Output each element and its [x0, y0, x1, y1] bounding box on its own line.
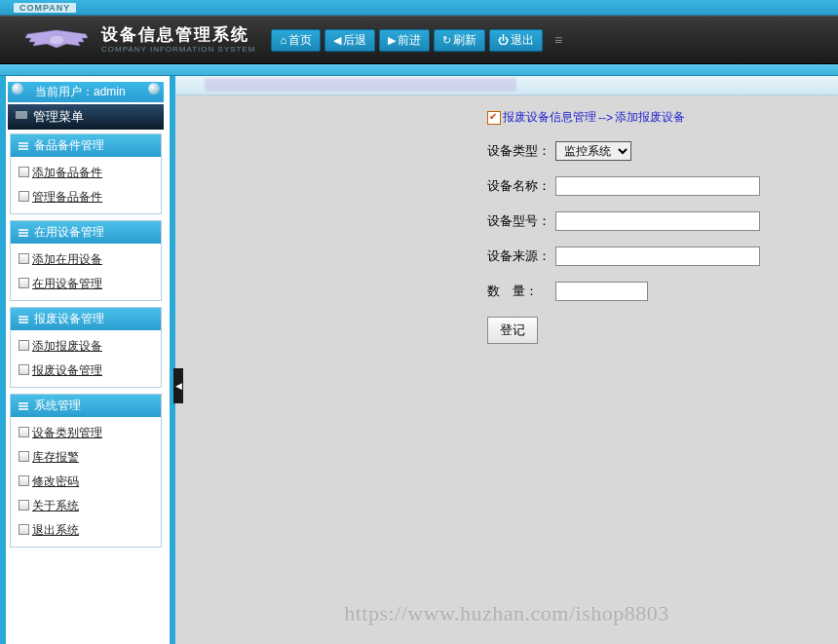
menu-link[interactable]: 管理备品备件 — [32, 190, 102, 204]
top-toolbar: ⌂首页 ◀后退 ▶前进 ↻刷新 ⏻退出 ≡ — [271, 29, 562, 52]
menu-link[interactable]: 退出系统 — [32, 523, 79, 537]
menu-link[interactable]: 库存报警 — [32, 450, 79, 464]
breadcrumb-arrow: --> — [598, 111, 613, 125]
system-title-block: 设备信息管理系统 COMPANY INFORMATION SYSTEM — [101, 26, 255, 54]
menu-list: 添加备品备件管理备品备件 — [11, 157, 161, 213]
menu-list: 设备类别管理库存报警修改密码关于系统退出系统 — [11, 417, 161, 547]
current-user-label: 当前用户： — [35, 85, 94, 98]
knob-icon — [12, 83, 23, 95]
svg-point-0 — [49, 35, 64, 45]
device-name-input[interactable] — [555, 176, 760, 196]
menu-link[interactable]: 关于系统 — [32, 499, 79, 512]
menu-title: 管理菜单 — [8, 104, 164, 130]
menu-link[interactable]: 添加在用设备 — [32, 252, 102, 266]
sidebar-collapse-handle[interactable]: ◀ — [173, 368, 183, 403]
device-type-label: 设备类型： — [487, 142, 555, 160]
menu-group: 备品备件管理添加备品备件管理备品备件 — [10, 133, 162, 214]
menu-link[interactable]: 修改密码 — [32, 474, 79, 488]
menu-icon[interactable]: ≡ — [554, 32, 562, 48]
grid-icon — [16, 111, 27, 123]
menu-link[interactable]: 报废设备管理 — [32, 363, 102, 377]
company-badge: COMPANY — [14, 3, 76, 13]
app-header: 设备信息管理系统 COMPANY INFORMATION SYSTEM ⌂首页 … — [0, 16, 838, 64]
qty-input[interactable] — [555, 282, 648, 301]
menu-item: 添加备品备件 — [11, 161, 161, 185]
arrow-left-icon: ◀ — [333, 35, 341, 46]
menu-item: 添加报废设备 — [11, 334, 161, 359]
menu-header[interactable]: 报废设备管理 — [11, 308, 161, 330]
menu-header[interactable]: 在用设备管理 — [11, 221, 161, 244]
qty-label: 数 量： — [487, 283, 555, 300]
device-source-input[interactable] — [555, 246, 760, 266]
sidebar: 当前用户：admin 管理菜单 备品备件管理添加备品备件管理备品备件在用设备管理… — [0, 76, 175, 644]
current-user-bar: 当前用户：admin — [8, 82, 164, 102]
system-title: 设备信息管理系统 — [101, 26, 255, 43]
menu-link[interactable]: 添加报废设备 — [32, 339, 102, 353]
main-content: ◀ 报废设备信息管理 --> 添加报废设备 设备类型： 监控系统 设备名称： 设… — [175, 76, 838, 644]
bars-icon — [19, 229, 28, 237]
menu-item: 报废设备管理 — [11, 359, 161, 383]
refresh-button[interactable]: ↻刷新 — [434, 29, 485, 52]
company-bar: COMPANY — [0, 0, 838, 16]
menu-header[interactable]: 系统管理 — [11, 395, 161, 417]
exit-button[interactable]: ⏻退出 — [489, 29, 543, 52]
system-subtitle: COMPANY INFORMATION SYSTEM — [101, 45, 255, 54]
checkbox-icon — [487, 111, 501, 125]
header-strip — [0, 64, 838, 76]
menu-list: 添加报废设备报废设备管理 — [11, 330, 161, 387]
submit-button[interactable]: 登记 — [487, 317, 538, 344]
device-model-label: 设备型号： — [487, 212, 555, 230]
content-header-strip — [175, 76, 838, 95]
menu-group: 在用设备管理添加在用设备在用设备管理 — [10, 220, 162, 301]
refresh-icon: ↻ — [442, 35, 451, 46]
home-button[interactable]: ⌂首页 — [271, 29, 321, 52]
device-name-label: 设备名称： — [487, 177, 555, 195]
menu-header[interactable]: 备品备件管理 — [11, 134, 161, 157]
menu-group: 系统管理设备类别管理库存报警修改密码关于系统退出系统 — [10, 394, 162, 548]
watermark: https://www.huzhan.com/ishop8803 — [175, 601, 838, 626]
blur-smear — [205, 78, 516, 92]
current-user-value: admin — [94, 85, 126, 98]
knob-icon — [148, 83, 160, 95]
bars-icon — [19, 402, 28, 410]
bars-icon — [19, 142, 28, 150]
device-model-input[interactable] — [555, 211, 760, 231]
device-source-label: 设备来源： — [487, 247, 555, 265]
menu-link[interactable]: 添加备品备件 — [32, 166, 102, 179]
menu-item: 库存报警 — [11, 445, 161, 470]
breadcrumb-section[interactable]: 报废设备信息管理 — [503, 109, 596, 126]
breadcrumb-page[interactable]: 添加报废设备 — [615, 109, 685, 126]
menu-item: 修改密码 — [11, 470, 161, 494]
forward-button[interactable]: ▶前进 — [379, 29, 430, 52]
bars-icon — [19, 316, 28, 323]
menu-list: 添加在用设备在用设备管理 — [11, 244, 161, 300]
menu-item: 设备类别管理 — [11, 421, 161, 445]
power-icon: ⏻ — [498, 35, 509, 46]
arrow-right-icon: ▶ — [388, 35, 396, 46]
device-type-select[interactable]: 监控系统 — [555, 141, 631, 161]
menu-group: 报废设备管理添加报废设备报废设备管理 — [10, 307, 162, 388]
home-icon: ⌂ — [280, 35, 286, 46]
breadcrumb: 报废设备信息管理 --> 添加报废设备 — [487, 109, 819, 126]
back-button[interactable]: ◀后退 — [324, 29, 375, 52]
menu-item: 关于系统 — [11, 494, 161, 518]
menu-item: 管理备品备件 — [11, 185, 161, 209]
menu-item: 添加在用设备 — [11, 247, 161, 272]
menu-item: 在用设备管理 — [11, 272, 161, 296]
menu-link[interactable]: 设备类别管理 — [32, 426, 102, 439]
menu-item: 退出系统 — [11, 518, 161, 543]
wings-logo-icon — [18, 22, 95, 57]
menu-link[interactable]: 在用设备管理 — [32, 277, 102, 290]
